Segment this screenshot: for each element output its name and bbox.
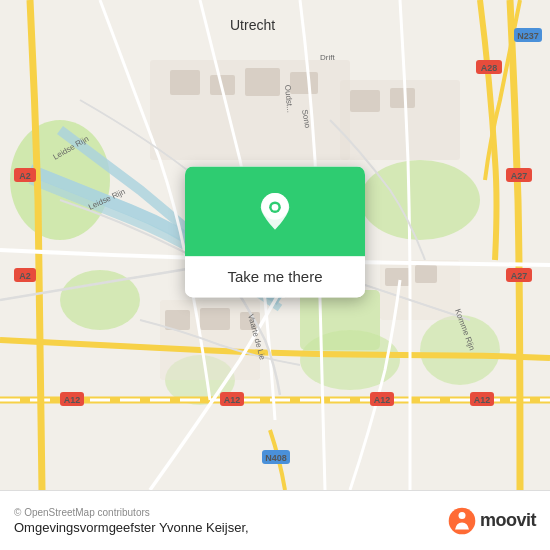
svg-text:A12: A12 [374,395,391,405]
svg-text:A2: A2 [19,271,31,281]
svg-point-5 [300,330,400,390]
svg-text:Utrecht: Utrecht [230,17,275,33]
svg-rect-17 [390,88,415,108]
svg-text:N408: N408 [265,453,287,463]
svg-text:N237: N237 [517,31,539,41]
svg-rect-14 [245,68,280,96]
svg-text:Drift: Drift [320,53,335,62]
moovit-icon [448,507,476,535]
svg-text:A27: A27 [511,271,528,281]
popup-header [185,166,365,256]
location-label: Omgevingsvormgeefster Yvonne Keijser, [14,520,249,535]
svg-text:A12: A12 [474,395,491,405]
svg-point-56 [449,507,476,534]
svg-point-57 [458,511,465,518]
svg-rect-19 [200,308,230,330]
take-me-there-button[interactable]: Take me there [199,266,351,287]
svg-text:A12: A12 [224,395,241,405]
location-popup: Take me there [185,166,365,297]
footer-bar: © OpenStreetMap contributors Omgevingsvo… [0,490,550,550]
svg-rect-21 [385,268,410,286]
svg-rect-16 [350,90,380,112]
svg-rect-15 [290,72,318,94]
popup-footer: Take me there [185,256,365,297]
svg-text:A28: A28 [481,63,498,73]
svg-text:A12: A12 [64,395,81,405]
location-pin-icon [255,191,295,231]
moovit-logo: moovit [448,507,536,535]
svg-text:A2: A2 [19,171,31,181]
svg-point-55 [272,204,279,211]
svg-rect-22 [415,265,437,283]
moovit-brand-text: moovit [480,510,536,531]
footer-info: © OpenStreetMap contributors Omgevingsvo… [14,507,249,535]
map-container: A2 A2 A12 A12 A12 A12 A27 A27 A28 N237 N… [0,0,550,490]
osm-attribution: © OpenStreetMap contributors [14,507,249,518]
svg-rect-12 [170,70,200,95]
svg-text:A27: A27 [511,171,528,181]
svg-point-1 [360,160,480,240]
